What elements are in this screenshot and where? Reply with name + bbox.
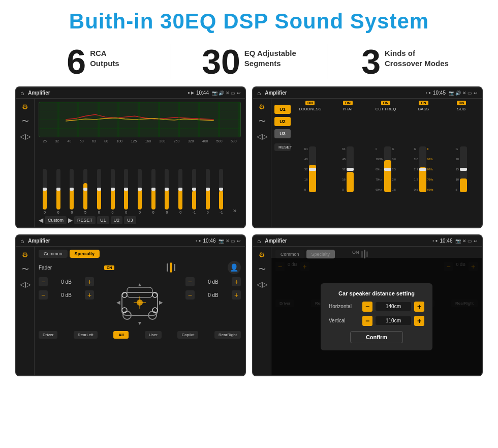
fader-vol3-val: 0 dB (198, 279, 229, 285)
home-icon[interactable]: ⌂ (20, 89, 24, 97)
fader-icon-3[interactable]: ◁▷ (20, 280, 31, 288)
stat-rca-label: RCAOutputs (90, 44, 119, 68)
eq-sidebar: ⚙ 〜 ◁▷ (16, 99, 35, 227)
stat-rca: 6 RCAOutputs (30, 44, 155, 79)
eq-slider-6[interactable]: 0 (120, 169, 132, 214)
bass-fader[interactable] (419, 146, 426, 192)
eq-slider-5[interactable]: 0 (107, 169, 119, 214)
dialog-vertical-plus[interactable]: + (414, 316, 424, 326)
amp-icon-3[interactable]: ◁▷ (257, 132, 268, 140)
loudness-fader[interactable] (309, 146, 316, 192)
eq-slider-4[interactable]: 0 (93, 169, 105, 214)
svg-text:▼: ▼ (137, 320, 142, 326)
fader-vol2-val: 0 dB (51, 292, 82, 298)
fader-vol3-minus[interactable]: − (185, 277, 195, 286)
dialog-icon-2[interactable]: 〜 (259, 265, 266, 274)
dialog-screen-body: ⚙ 〜 ◁▷ Common Specialty ON − (253, 247, 482, 375)
amp-u2-btn[interactable]: U2 (274, 117, 291, 126)
status-bar-amp: ⌂ Amplifier ▪ ● 10:45 📷 🔊 ✕ ▭ ↩ (253, 87, 482, 99)
dialog-vertical-minus[interactable]: − (362, 316, 372, 326)
eq-next-btn[interactable]: ▶ (68, 217, 73, 224)
eq-slider-7[interactable]: 0 (134, 169, 146, 214)
fader-vol1-plus[interactable]: + (85, 277, 94, 286)
eq-icon-1[interactable]: ⚙ (22, 103, 28, 111)
eq-screen-body: ⚙ 〜 ◁▷ 253240 506380 100125160 200250320 (16, 99, 245, 227)
fader-rearleft-btn[interactable]: RearLeft (74, 331, 98, 339)
fader-vol4-plus[interactable]: + (232, 290, 241, 300)
amp-channel-cutfreq: ON CUT FREQ F100Hz80Hz70Hz60Hz G3.02.52.… (368, 101, 403, 225)
phat-label: PHAT (343, 107, 353, 111)
stat-rca-number: 6 (67, 44, 86, 79)
dialog-horizontal-plus[interactable]: + (414, 302, 424, 312)
car-svg: ▲ ▼ ◀ ▶ (114, 277, 165, 328)
fader-user-btn[interactable]: User (145, 331, 162, 339)
dialog-horizontal-minus[interactable]: − (362, 302, 372, 312)
eq-u1-btn[interactable]: U1 (97, 216, 109, 224)
stat-eq: 30 EQ AdjustableSegments (186, 44, 312, 79)
eq-status-icons: 📷 🔊 ✕ ▭ ↩ (212, 91, 241, 96)
eq-slider-10[interactable]: 0 (174, 169, 186, 214)
eq-sliders: 0 0 0 5 0 (39, 145, 241, 214)
fader-vol3-plus[interactable]: + (232, 277, 241, 286)
eq-slider-0[interactable]: 0 (39, 169, 51, 214)
amp-screen-title: Amplifier (265, 90, 426, 96)
sub-fader[interactable] (460, 146, 467, 192)
fader-vol4-minus[interactable]: − (185, 290, 195, 300)
phat-on-badge: ON (343, 101, 353, 105)
eq-icon-3[interactable]: ◁▷ (20, 132, 31, 140)
eq-prev-btn[interactable]: ◀ (39, 217, 43, 224)
dialog-home-icon[interactable]: ⌂ (257, 237, 261, 245)
eq-slider-2[interactable]: 0 (66, 169, 78, 214)
amp-reset-btn[interactable]: RESET (274, 143, 291, 151)
eq-u2-btn[interactable]: U2 (111, 216, 123, 224)
fader-driver-btn[interactable]: Driver (39, 331, 57, 339)
eq-slider-1[interactable]: 0 (52, 169, 65, 214)
stat-crossover-number: 3 (361, 44, 381, 79)
phat-fader-area: 644832160 (342, 113, 354, 225)
eq-slider-12[interactable]: 0 (202, 169, 214, 214)
amp-u-buttons: U1 U2 U3 RESET (274, 101, 291, 225)
svg-text:▶: ▶ (159, 300, 163, 305)
dialog-screen-title: Amplifier (265, 238, 432, 244)
dialog-icon-1[interactable]: ⚙ (259, 251, 265, 259)
fader-icon-2[interactable]: 〜 (22, 265, 29, 274)
fader-copilot-btn[interactable]: Copilot (177, 331, 198, 339)
confirm-button[interactable]: Confirm (350, 331, 403, 343)
amp-icon-2[interactable]: 〜 (259, 117, 266, 126)
amp-home-icon[interactable]: ⌂ (257, 89, 261, 97)
cutfreq-fader[interactable] (384, 146, 391, 192)
amp-u1-btn[interactable]: U1 (274, 105, 291, 114)
dialog-icon-3[interactable]: ◁▷ (257, 280, 268, 288)
fader-icon-1[interactable]: ⚙ (22, 251, 28, 259)
eq-slider-8[interactable]: 0 (147, 169, 160, 214)
eq-reset-btn[interactable]: RESET (74, 216, 96, 224)
fader-tab-common[interactable]: Common (39, 250, 68, 258)
amp-icon-1[interactable]: ⚙ (259, 103, 265, 111)
fader-rearright-btn[interactable]: RearRight (214, 331, 241, 339)
fader-vol1-minus[interactable]: − (39, 277, 48, 286)
amp-channel-loudness: ON LOUDNESS 644832160 (293, 101, 327, 225)
eq-icon-2[interactable]: 〜 (22, 117, 29, 126)
eq-slider-3[interactable]: 5 (79, 169, 91, 214)
fader-vol2-plus[interactable]: + (85, 290, 94, 300)
screen-dialog: ⌂ Amplifier ▪ ● 10:46 📷 ✕ ▭ ↩ ⚙ 〜 ◁▷ Com… (252, 234, 483, 376)
fader-tab-specialty[interactable]: Specialty (70, 250, 100, 258)
fader-home-icon[interactable]: ⌂ (20, 237, 24, 245)
eq-custom-btn[interactable]: Custom (45, 216, 67, 224)
loudness-on-badge: ON (305, 101, 315, 105)
fader-all-btn[interactable]: All (113, 331, 129, 339)
screen-fader: ⌂ Amplifier ▪ ● 10:46 📷 ✕ ▭ ↩ ⚙ 〜 ◁▷ Com… (15, 234, 246, 376)
eq-slider-11[interactable]: -1 (188, 169, 200, 214)
fader-vol2-minus[interactable]: − (39, 290, 48, 300)
eq-expand-btn[interactable]: » (229, 207, 241, 214)
stat-crossover-label: Kinds ofCrossover Modes (385, 44, 449, 68)
eq-slider-9[interactable]: 0 (161, 169, 173, 214)
svg-text:▲: ▲ (137, 282, 142, 287)
dialog-horizontal-value: 140cm (376, 302, 411, 311)
phat-fader[interactable] (347, 146, 354, 192)
eq-u3-btn[interactable]: U3 (124, 216, 136, 224)
bass-fader-area: G3.02.11.30.5 F90Hz80Hz70Hz60Hz (414, 113, 433, 225)
eq-slider-13[interactable]: -1 (215, 169, 228, 214)
amp-u3-btn[interactable]: U3 (274, 129, 291, 138)
dialog-vertical-value: 110cm (376, 316, 411, 325)
